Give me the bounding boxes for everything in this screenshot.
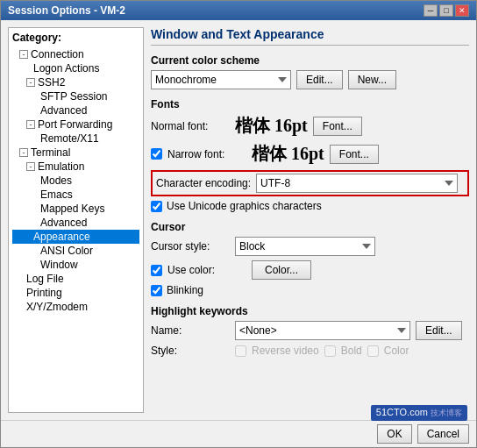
sidebar-item-label: Window bbox=[40, 259, 78, 271]
narrow-font-checkbox[interactable] bbox=[151, 148, 162, 160]
sidebar-item-port-forwarding[interactable]: - Port Forwarding bbox=[12, 117, 139, 132]
bold-label: Bold bbox=[341, 345, 362, 357]
bottom-bar: 51CTO.com 技术博客 OK Cancel bbox=[1, 420, 476, 447]
sidebar-item-label: Remote/X11 bbox=[40, 132, 99, 145]
sidebar-item-advanced2[interactable]: Advanced bbox=[12, 216, 139, 230]
sidebar-item-label: Advanced bbox=[40, 217, 87, 229]
edit-color-button[interactable]: Edit... bbox=[296, 70, 343, 89]
connector bbox=[26, 231, 33, 243]
sidebar-item-label: Emacs bbox=[40, 188, 73, 201]
sidebar-item-remote-x11[interactable]: Remote/X11 bbox=[12, 132, 139, 146]
close-button[interactable]: ✕ bbox=[455, 4, 469, 17]
sidebar-item-label: X/Y/Zmodem bbox=[26, 301, 88, 313]
encoding-select[interactable]: UTF-8 bbox=[256, 174, 458, 193]
sidebar-item-log-file[interactable]: Log File bbox=[12, 272, 139, 286]
connector bbox=[33, 188, 40, 201]
highlight-label: Highlight keywords bbox=[151, 305, 469, 317]
connector bbox=[33, 259, 40, 271]
sidebar-item-label: Emulation bbox=[38, 160, 84, 173]
sidebar-item-connection[interactable]: - Connection bbox=[12, 47, 139, 61]
cursor-style-select[interactable]: Block bbox=[235, 237, 375, 256]
window-title: Session Options - VM-2 bbox=[8, 4, 125, 17]
use-color-label: Use color: bbox=[167, 264, 246, 276]
main-content: Category: - Connection Logon Actions - S… bbox=[1, 20, 476, 420]
sidebar-item-ssh2[interactable]: - SSH2 bbox=[12, 75, 139, 89]
sidebar-item-label: Log File bbox=[26, 273, 64, 285]
sidebar-item-logon-actions[interactable]: Logon Actions bbox=[12, 61, 139, 75]
sidebar-item-label: Port Forwarding bbox=[38, 118, 112, 131]
sidebar-item-emacs[interactable]: Emacs bbox=[12, 188, 139, 202]
expand-icon-connection: - bbox=[19, 50, 28, 59]
ok-button[interactable]: OK bbox=[377, 424, 411, 444]
title-bar: Session Options - VM-2 ─ □ ✕ bbox=[1, 1, 476, 20]
category-tree: - Connection Logon Actions - SSH2 SFTP S… bbox=[12, 47, 139, 314]
use-color-checkbox[interactable] bbox=[151, 265, 162, 276]
sidebar-item-modes[interactable]: Modes bbox=[12, 174, 139, 188]
section-title: Window and Text Appearance bbox=[151, 27, 469, 46]
sidebar-item-label: SSH2 bbox=[38, 76, 65, 89]
cursor-label: Cursor bbox=[151, 221, 469, 233]
sidebar-item-label: Connection bbox=[31, 48, 84, 60]
sidebar-item-ansi-color[interactable]: ANSI Color bbox=[12, 244, 139, 258]
encoding-label: Character encoding: bbox=[156, 177, 251, 189]
connector bbox=[33, 217, 40, 229]
sidebar-item-window[interactable]: Window bbox=[12, 258, 139, 272]
normal-font-label: Normal font: bbox=[151, 120, 230, 132]
sidebar-item-terminal[interactable]: - Terminal bbox=[12, 146, 139, 160]
sidebar-item-label: ANSI Color bbox=[40, 245, 93, 257]
watermark: 51CTO.com 技术博客 bbox=[371, 405, 467, 421]
cursor-group: Cursor Cursor style: Block Use color: Co… bbox=[151, 221, 469, 296]
color-label: Color bbox=[384, 345, 409, 357]
highlight-name-select[interactable]: <None> bbox=[235, 321, 410, 340]
sidebar-item-appearance[interactable]: Appearance bbox=[12, 230, 139, 244]
sidebar-item-printing[interactable]: Printing bbox=[12, 286, 139, 300]
cursor-color-row: Use color: Color... bbox=[151, 260, 469, 280]
sidebar-item-emulation[interactable]: - Emulation bbox=[12, 160, 139, 174]
color-scheme-select[interactable]: Monochrome bbox=[151, 70, 291, 89]
sidebar-item-advanced[interactable]: Advanced bbox=[12, 103, 139, 117]
minimize-button[interactable]: ─ bbox=[424, 4, 438, 17]
cursor-style-label: Cursor style: bbox=[151, 240, 230, 252]
color-scheme-label: Current color scheme bbox=[151, 54, 469, 67]
highlight-edit-button[interactable]: Edit... bbox=[416, 321, 462, 340]
cursor-color-button[interactable]: Color... bbox=[252, 260, 311, 280]
expand-icon-pf: - bbox=[26, 120, 35, 129]
sidebar-item-xyzmodem[interactable]: X/Y/Zmodem bbox=[12, 300, 139, 314]
connector bbox=[19, 301, 26, 313]
narrow-font-button[interactable]: Font... bbox=[330, 145, 379, 164]
narrow-font-preview: 楷体 16pt bbox=[252, 142, 324, 166]
reverse-video-checkbox[interactable] bbox=[235, 345, 246, 357]
connector bbox=[33, 174, 40, 187]
session-options-window: Session Options - VM-2 ─ □ ✕ Category: -… bbox=[0, 0, 477, 448]
connector bbox=[33, 132, 40, 145]
normal-font-preview: 楷体 16pt bbox=[235, 114, 308, 138]
connector bbox=[33, 245, 40, 257]
narrow-font-row: Narrow font: 楷体 16pt Font... bbox=[151, 142, 469, 166]
color-checkbox[interactable] bbox=[367, 345, 379, 357]
encoding-row: Character encoding: UTF-8 bbox=[151, 170, 469, 196]
normal-font-button[interactable]: Font... bbox=[313, 117, 362, 136]
category-label: Category: bbox=[12, 32, 139, 44]
new-color-button[interactable]: New... bbox=[348, 70, 396, 89]
sidebar-item-label: Modes bbox=[40, 174, 72, 187]
fonts-label: Fonts bbox=[151, 98, 469, 110]
connector bbox=[33, 90, 40, 103]
maximize-button[interactable]: □ bbox=[439, 4, 453, 17]
title-bar-buttons: ─ □ ✕ bbox=[424, 4, 469, 17]
sidebar-item-label: Logon Actions bbox=[33, 62, 99, 75]
sidebar-item-sftp-session[interactable]: SFTP Session bbox=[12, 89, 139, 103]
bold-checkbox[interactable] bbox=[324, 345, 336, 357]
cancel-button[interactable]: Cancel bbox=[417, 424, 469, 444]
color-scheme-group: Current color scheme Monochrome Edit... … bbox=[151, 54, 469, 89]
unicode-checkbox[interactable] bbox=[151, 201, 162, 212]
sidebar-item-mapped-keys[interactable]: Mapped Keys bbox=[12, 202, 139, 216]
connector bbox=[19, 273, 26, 285]
blinking-checkbox[interactable] bbox=[151, 285, 162, 296]
sidebar-item-label: Appearance bbox=[33, 231, 90, 243]
expand-icon-emulation: - bbox=[26, 162, 35, 171]
highlight-name-row: Name: <None> Edit... bbox=[151, 321, 469, 340]
sidebar-item-label: Printing bbox=[26, 287, 62, 299]
connector bbox=[26, 62, 33, 75]
highlight-style-row: Style: Reverse video Bold Color bbox=[151, 345, 469, 357]
connector bbox=[19, 287, 26, 299]
